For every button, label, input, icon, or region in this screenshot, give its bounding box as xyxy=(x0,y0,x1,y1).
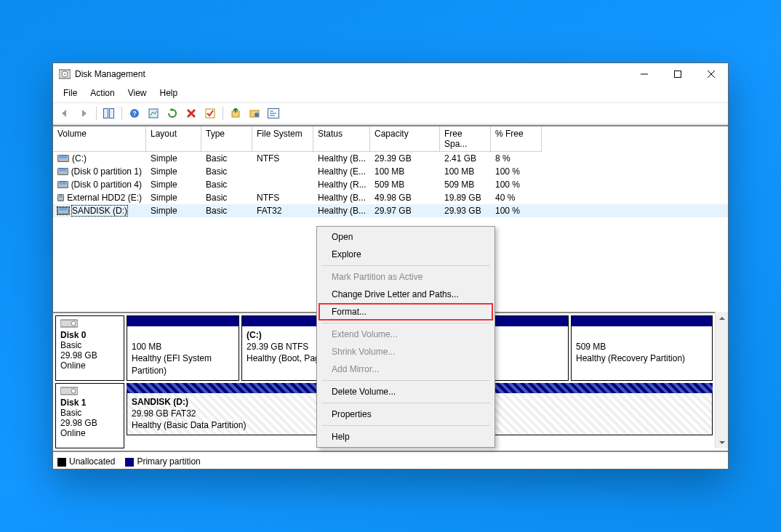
cell-pct: 8 % xyxy=(491,152,542,165)
ctx-change-drive-letter[interactable]: Change Drive Letter and Paths... xyxy=(319,286,493,303)
minimize-button[interactable] xyxy=(628,63,661,85)
cell-volume: (Disk 0 partition 4) xyxy=(71,180,142,190)
col-status[interactable]: Status xyxy=(313,126,370,152)
cell-layout: Simple xyxy=(146,204,201,217)
cell-capacity: 29.39 GB xyxy=(370,152,440,165)
ctx-delete[interactable]: Delete Volume... xyxy=(319,383,493,400)
scroll-up-icon[interactable] xyxy=(716,312,728,324)
menu-help[interactable]: Help xyxy=(154,86,184,100)
volume-row[interactable]: External HDD2 (E:)SimpleBasicNTFSHealthy… xyxy=(53,191,728,204)
cell-layout: Simple xyxy=(146,178,201,191)
window-buttons xyxy=(628,63,728,85)
col-volume[interactable]: Volume xyxy=(53,126,146,152)
volume-row[interactable]: SANDISK (D:)SimpleBasicFAT32Healthy (B..… xyxy=(53,204,728,217)
cell-capacity: 100 MB xyxy=(370,165,440,178)
app-icon xyxy=(59,68,71,80)
settings-icon[interactable] xyxy=(145,105,162,122)
forward-icon[interactable] xyxy=(75,105,92,122)
disk0-partition-0[interactable]: 100 MB Healthy (EFI System Partition) xyxy=(127,315,239,381)
cell-volume: (Disk 0 partition 1) xyxy=(71,166,142,177)
cell-fs xyxy=(252,178,313,191)
disk0-info[interactable]: Disk 0 Basic 29.98 GB Online xyxy=(55,315,124,381)
cell-layout: Simple xyxy=(146,191,201,204)
disk0-name: Disk 0 xyxy=(60,330,119,340)
back-icon[interactable] xyxy=(56,105,73,122)
delete-icon[interactable] xyxy=(183,105,200,122)
checklist-icon[interactable] xyxy=(201,105,219,122)
menu-file[interactable]: File xyxy=(57,86,83,100)
ctx-help[interactable]: Help xyxy=(319,428,493,446)
cell-status: Healthy (E... xyxy=(313,165,370,178)
svg-point-15 xyxy=(255,113,259,117)
col-filesystem[interactable]: File System xyxy=(252,126,313,152)
cell-volume: SANDISK (D:) xyxy=(72,206,127,216)
p-size: 100 MB xyxy=(132,341,234,352)
vertical-scrollbar[interactable] xyxy=(715,312,728,448)
cell-free: 509 MB xyxy=(440,178,491,191)
cell-free: 2.41 GB xyxy=(440,152,491,165)
menubar: File Action View Help xyxy=(53,85,728,102)
volume-row[interactable]: (C:)SimpleBasicNTFSHealthy (B...29.39 GB… xyxy=(53,152,728,165)
col-free[interactable]: Free Spa... xyxy=(440,126,491,152)
scroll-down-icon[interactable] xyxy=(716,436,728,448)
col-pctfree[interactable]: % Free xyxy=(491,126,542,152)
cell-status: Healthy (R... xyxy=(313,178,370,191)
drive-icon xyxy=(57,207,69,214)
cell-status: Healthy (B... xyxy=(313,204,370,217)
cell-fs: NTFS xyxy=(252,191,313,204)
p-size: 509 MB xyxy=(576,341,708,352)
ctx-open[interactable]: Open xyxy=(319,228,493,246)
disk-area: Disk 0 Basic 29.98 GB Online 100 MB xyxy=(53,312,715,448)
disk0-size: 29.98 GB xyxy=(60,350,119,360)
action2-icon[interactable] xyxy=(246,105,263,122)
cell-layout: Simple xyxy=(146,152,201,165)
action1-icon[interactable] xyxy=(227,105,244,122)
col-capacity[interactable]: Capacity xyxy=(370,126,440,152)
cell-free: 19.89 GB xyxy=(440,191,491,204)
panels-icon[interactable] xyxy=(100,105,118,122)
cell-pct: 100 % xyxy=(491,165,542,178)
svg-point-2 xyxy=(64,73,65,75)
disk1-status: Online xyxy=(60,428,119,438)
legend-unallocated: Unallocated xyxy=(57,456,115,467)
ctx-shrink: Shrink Volume... xyxy=(319,343,493,360)
col-layout[interactable]: Layout xyxy=(146,126,201,152)
cell-fs: NTFS xyxy=(252,152,313,165)
col-type[interactable]: Type xyxy=(201,126,252,152)
cell-fs: FAT32 xyxy=(252,204,313,217)
menu-action[interactable]: Action xyxy=(84,86,120,100)
toolbar: ? xyxy=(53,102,728,125)
refresh-icon[interactable] xyxy=(164,105,181,122)
disk1-name: Disk 1 xyxy=(60,398,119,408)
properties-icon[interactable] xyxy=(265,105,282,122)
volume-row[interactable]: (Disk 0 partition 1)SimpleBasicHealthy (… xyxy=(53,165,728,178)
ctx-properties[interactable]: Properties xyxy=(319,406,493,423)
disk1-info[interactable]: Disk 1 Basic 29.98 GB Online xyxy=(55,383,124,448)
cell-layout: Simple xyxy=(146,165,201,178)
disk0-type: Basic xyxy=(60,340,119,350)
window-title: Disk Management xyxy=(75,69,628,79)
help-icon[interactable]: ? xyxy=(126,105,143,122)
menu-view[interactable]: View xyxy=(122,86,153,100)
drive-icon xyxy=(57,181,68,188)
ctx-explore[interactable]: Explore xyxy=(319,246,493,263)
cell-volume: (C:) xyxy=(72,153,87,164)
cell-free: 29.93 GB xyxy=(440,204,491,217)
cell-free: 100 MB xyxy=(440,165,491,178)
cell-pct: 100 % xyxy=(491,178,542,191)
cell-type: Basic xyxy=(201,178,252,191)
ctx-extend: Extend Volume... xyxy=(319,326,493,343)
svg-rect-7 xyxy=(104,109,108,118)
close-button[interactable] xyxy=(694,63,728,85)
disk-management-window: Disk Management File Action View Help ? … xyxy=(52,63,729,469)
cell-pct: 100 % xyxy=(491,204,542,217)
ctx-format[interactable]: Format... xyxy=(319,303,493,321)
ctx-mark-active: Mark Partition as Active xyxy=(319,268,493,286)
volume-row[interactable]: (Disk 0 partition 4)SimpleBasicHealthy (… xyxy=(53,178,728,191)
context-menu: Open Explore Mark Partition as Active Ch… xyxy=(316,226,495,448)
maximize-button[interactable] xyxy=(661,63,694,85)
cell-type: Basic xyxy=(201,204,252,217)
titlebar[interactable]: Disk Management xyxy=(53,63,728,85)
disk0-partition-2[interactable]: 509 MB Healthy (Recovery Partition) xyxy=(571,315,713,381)
grid-header[interactable]: Volume Layout Type File System Status Ca… xyxy=(53,126,728,152)
